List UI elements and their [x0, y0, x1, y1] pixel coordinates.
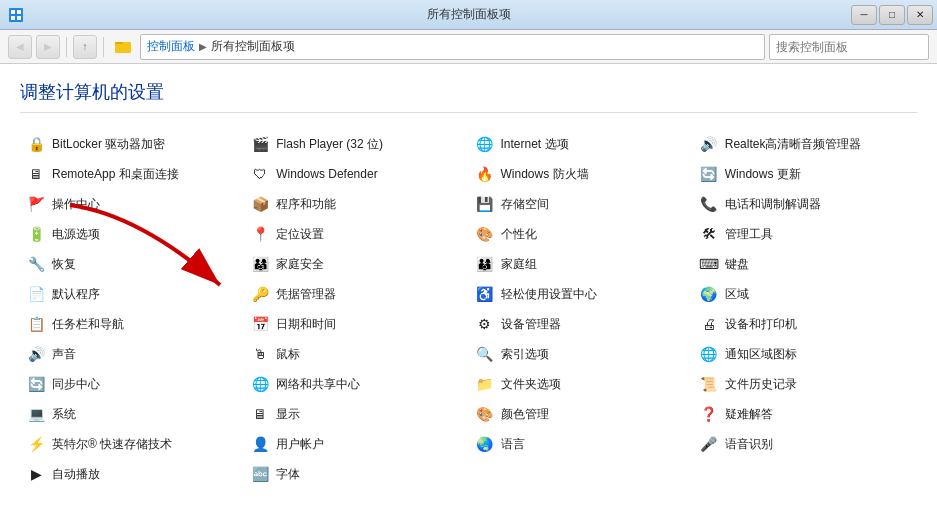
maximize-button[interactable]: □ [879, 5, 905, 25]
item-label: 任务栏和导航 [52, 316, 124, 333]
control-panel-item[interactable]: 📜文件历史记录 [693, 369, 917, 399]
close-button[interactable]: ✕ [907, 5, 933, 25]
control-panel-item[interactable]: 💻系统 [20, 399, 244, 429]
control-panel-item[interactable]: 🌏语言 [469, 429, 693, 459]
control-panel-item[interactable]: 🔥Windows 防火墙 [469, 159, 693, 189]
control-panel-item[interactable]: 🔧恢复 [20, 249, 244, 279]
item-label: 字体 [276, 466, 300, 483]
control-panel-item[interactable]: ♿轻松使用设置中心 [469, 279, 693, 309]
control-panel-item[interactable]: ⌨键盘 [693, 249, 917, 279]
control-panel-item[interactable]: 🌐网络和共享中心 [244, 369, 468, 399]
item-label: 索引选项 [501, 346, 549, 363]
item-icon: 📄 [26, 284, 46, 304]
item-label: Windows Defender [276, 167, 377, 181]
minimize-button[interactable]: ─ [851, 5, 877, 25]
item-label: 设备和打印机 [725, 316, 797, 333]
control-panel-item[interactable]: 🎤语音识别 [693, 429, 917, 459]
control-panel-item[interactable]: 📞电话和调制解调器 [693, 189, 917, 219]
nav-separator-2 [103, 37, 104, 57]
control-panel-item[interactable]: 📍定位设置 [244, 219, 468, 249]
control-panel-item[interactable]: 🔍索引选项 [469, 339, 693, 369]
folder-icon [114, 38, 132, 56]
item-icon: 🔍 [475, 344, 495, 364]
control-panel-item[interactable]: ⚙设备管理器 [469, 309, 693, 339]
control-panel-item[interactable]: ❓疑难解答 [693, 399, 917, 429]
item-label: 键盘 [725, 256, 749, 273]
control-panel-item[interactable]: 🔊声音 [20, 339, 244, 369]
item-icon: 📅 [250, 314, 270, 334]
control-panel-item[interactable]: 📅日期和时间 [244, 309, 468, 339]
control-panel-item[interactable]: 🎨颜色管理 [469, 399, 693, 429]
control-panel-item[interactable]: 📁文件夹选项 [469, 369, 693, 399]
item-icon: 🖥 [250, 404, 270, 424]
item-icon: 👨‍👩‍👧 [250, 254, 270, 274]
forward-button[interactable]: ▶ [36, 35, 60, 59]
control-panel-item[interactable]: 👨‍👩‍👧家庭安全 [244, 249, 468, 279]
control-panel-item[interactable]: 📦程序和功能 [244, 189, 468, 219]
control-panel-item[interactable]: 🌐Internet 选项 [469, 129, 693, 159]
control-panel-item[interactable]: 📋任务栏和导航 [20, 309, 244, 339]
item-label: 颜色管理 [501, 406, 549, 423]
item-icon: 🔊 [699, 134, 719, 154]
item-label: 声音 [52, 346, 76, 363]
breadcrumb-item-control-panel[interactable]: 控制面板 [147, 38, 195, 55]
control-panel-item[interactable]: 🔒BitLocker 驱动器加密 [20, 129, 244, 159]
item-label: 家庭组 [501, 256, 537, 273]
search-input[interactable] [769, 34, 929, 60]
item-icon: 🔄 [26, 374, 46, 394]
window-controls: ─ □ ✕ [851, 5, 933, 25]
control-panel-item[interactable]: 👤用户帐户 [244, 429, 468, 459]
item-icon: ♿ [475, 284, 495, 304]
control-panel-item[interactable]: 📄默认程序 [20, 279, 244, 309]
item-icon: 🎤 [699, 434, 719, 454]
title-bar: 所有控制面板项 ─ □ ✕ [0, 0, 937, 30]
control-panel-item[interactable]: 🌐通知区域图标 [693, 339, 917, 369]
item-icon: 🛠 [699, 224, 719, 244]
item-icon: 🌐 [699, 344, 719, 364]
control-panel-item[interactable]: 🔑凭据管理器 [244, 279, 468, 309]
item-label: 轻松使用设置中心 [501, 286, 597, 303]
item-icon: 🖱 [250, 344, 270, 364]
item-icon: 🌐 [475, 134, 495, 154]
control-panel-item[interactable]: 🎨个性化 [469, 219, 693, 249]
item-label: 网络和共享中心 [276, 376, 360, 393]
control-panel-item[interactable]: 🖥显示 [244, 399, 468, 429]
window-icon [8, 7, 24, 23]
control-panel-item[interactable]: 🛡Windows Defender [244, 159, 468, 189]
control-panel-item[interactable]: 🔋电源选项 [20, 219, 244, 249]
breadcrumb-current: 所有控制面板项 [211, 38, 295, 55]
item-label: 同步中心 [52, 376, 100, 393]
control-panel-item[interactable]: 🛠管理工具 [693, 219, 917, 249]
item-label: 区域 [725, 286, 749, 303]
control-panel-item[interactable]: 🔤字体 [244, 459, 468, 489]
item-label: 鼠标 [276, 346, 300, 363]
item-label: 自动播放 [52, 466, 100, 483]
breadcrumb-separator: ▶ [199, 41, 207, 52]
control-panel-item[interactable]: 🔄Windows 更新 [693, 159, 917, 189]
control-panel-item[interactable]: 🖨设备和打印机 [693, 309, 917, 339]
item-icon: 💾 [475, 194, 495, 214]
item-label: 语音识别 [725, 436, 773, 453]
item-label: 存储空间 [501, 196, 549, 213]
control-panel-item[interactable]: 🚩操作中心 [20, 189, 244, 219]
item-label: RemoteApp 和桌面连接 [52, 166, 179, 183]
back-button[interactable]: ◀ [8, 35, 32, 59]
control-panel-item[interactable]: 👨‍👩‍👦家庭组 [469, 249, 693, 279]
item-icon: 🌏 [475, 434, 495, 454]
control-panel-item[interactable]: 🔊Realtek高清晰音频管理器 [693, 129, 917, 159]
control-panel-item[interactable]: ▶自动播放 [20, 459, 244, 489]
item-label: 程序和功能 [276, 196, 336, 213]
control-panel-item[interactable]: 🖥RemoteApp 和桌面连接 [20, 159, 244, 189]
control-panel-item[interactable]: ⚡英特尔® 快速存储技术 [20, 429, 244, 459]
control-panel-item[interactable]: 🖱鼠标 [244, 339, 468, 369]
control-panel-item[interactable]: 🎬Flash Player (32 位) [244, 129, 468, 159]
up-button[interactable]: ↑ [73, 35, 97, 59]
item-label: 定位设置 [276, 226, 324, 243]
item-label: Windows 更新 [725, 166, 801, 183]
control-panel-item[interactable]: 💾存储空间 [469, 189, 693, 219]
item-icon: 📞 [699, 194, 719, 214]
control-panel-item[interactable]: 🌍区域 [693, 279, 917, 309]
control-panel-item[interactable]: 🔄同步中心 [20, 369, 244, 399]
svg-rect-7 [115, 42, 123, 44]
item-icon: 🔥 [475, 164, 495, 184]
